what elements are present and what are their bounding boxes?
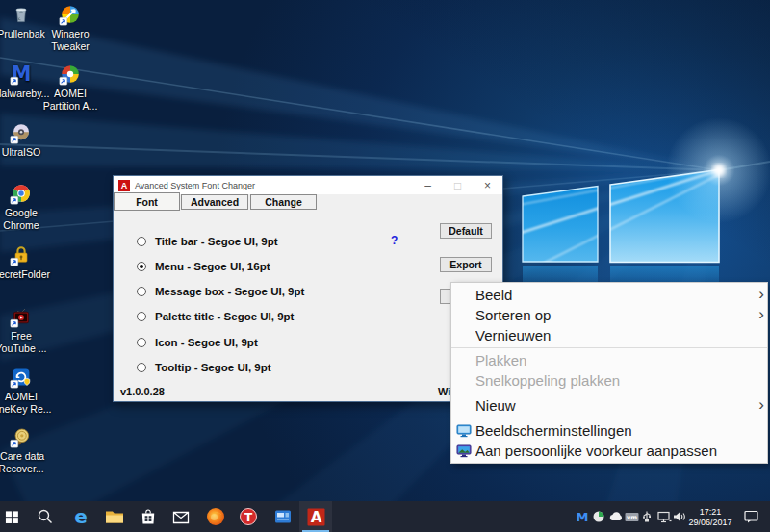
taskbar-firefox[interactable] (199, 501, 232, 532)
edge-icon: e (70, 506, 91, 527)
desktop-context-menu: Beeld› Sorteren op› Vernieuwen Plakken S… (450, 282, 768, 464)
desktop-icon-icare[interactable]: iCare data Recover... (0, 425, 53, 474)
t-app-icon: T (239, 507, 258, 526)
taskbar-file-explorer[interactable] (98, 501, 131, 532)
menu-separator (451, 393, 767, 393)
desktop-icon-label: UltraISO (0, 146, 53, 159)
minimize-button[interactable]: – (413, 176, 443, 194)
usb-tray-icon (640, 510, 654, 523)
font-changer-app-icon: A (306, 507, 326, 527)
status-right-label: Wi (438, 386, 450, 397)
taskbar-edge[interactable]: e (64, 501, 97, 532)
tray-speaker[interactable] (669, 501, 688, 532)
desktop-icon-label: SecretFolder (0, 268, 53, 281)
desktop-icon-label: iCare data Recover... (0, 450, 53, 474)
submenu-arrow-icon: › (758, 305, 764, 324)
menu-item-plakken: Plakken (451, 350, 767, 370)
tray-usb[interactable] (637, 501, 656, 532)
taskbar-font-changer-app[interactable]: A (299, 501, 332, 532)
menu-item-nieuw[interactable]: Nieuw› (451, 395, 767, 416)
radio-icon[interactable] (137, 287, 146, 296)
radio-icon[interactable] (137, 237, 146, 246)
shortcut-arrow-badge (11, 440, 18, 447)
desktop-icon-ultraiso[interactable]: UltraISO (0, 121, 53, 159)
svg-text:e: e (74, 506, 88, 527)
window-title: Avanced System Font Changer (135, 181, 255, 190)
svg-text:A: A (310, 509, 321, 526)
menu-item-beeldscherminstellingen[interactable]: Beeldscherminstellingen (451, 420, 767, 441)
menu-separator (451, 347, 767, 348)
radio-icon[interactable] (137, 312, 146, 321)
close-button[interactable]: × (473, 176, 502, 194)
display-settings-icon (456, 423, 472, 438)
option-title-bar[interactable]: Title bar - Segoe UI, 9pt (137, 234, 278, 249)
pie-tray-icon (592, 510, 605, 523)
tab-font[interactable]: Font (114, 192, 180, 211)
taskbar-search-button[interactable] (29, 501, 62, 532)
menu-item-sorteren-op[interactable]: Sorteren op› (451, 305, 767, 325)
shortcut-arrow-badge (11, 258, 18, 266)
ultraiso-icon (10, 121, 33, 144)
menu-item-vernieuwen[interactable]: Vernieuwen (451, 325, 767, 345)
action-center-button[interactable] (737, 501, 764, 532)
firefox-icon (205, 506, 226, 527)
desktop-icon-label: Google Chrome (0, 207, 53, 231)
maximize-button[interactable]: □ (443, 176, 473, 194)
desktop-icon-chrome[interactable]: Google Chrome (0, 182, 53, 231)
radio-icon[interactable] (137, 338, 146, 347)
taskbar-clock[interactable]: 17:21 29/06/2017 (686, 507, 734, 527)
store-icon (139, 507, 158, 526)
malwarebytes-tray-icon: M (576, 510, 589, 523)
photos-app-icon (273, 507, 293, 526)
submenu-arrow-icon: › (758, 395, 764, 415)
taskbar-t-app[interactable]: T (232, 501, 265, 532)
svg-text:T: T (244, 511, 253, 524)
desktop-icon-winaero-tweaker[interactable]: Winaero Tweaker (38, 3, 102, 52)
desktop-icon-secretfolder[interactable]: SecretFolder (0, 243, 53, 281)
option-message-box[interactable]: Message box - Segoe UI, 9pt (137, 284, 304, 299)
option-tooltip[interactable]: Tooltip - Segoe UI, 9pt (137, 360, 271, 375)
taskbar-photos-app[interactable] (267, 501, 299, 532)
icare-recovery-icon (10, 425, 33, 448)
secretfolder-icon (10, 243, 33, 266)
option-palette-title[interactable]: Palette title - Segoe UI, 9pt (137, 309, 294, 324)
chrome-icon (10, 182, 33, 205)
shortcut-arrow-badge (60, 17, 67, 25)
submenu-arrow-icon: › (758, 285, 764, 304)
version-label: v1.0.0.28 (120, 386, 165, 397)
shortcut-arrow-badge (11, 380, 18, 388)
taskbar: e T A M vm (0, 501, 770, 532)
desktop-icon-label: AOMEI OneKey Re... (0, 391, 53, 415)
start-button[interactable] (0, 501, 28, 532)
app-window: A Avanced System Font Changer – □ × Font… (113, 175, 503, 402)
tray-pie[interactable] (589, 501, 608, 532)
desktop-icon-aomei-onekey[interactable]: AOMEI OneKey Re... (0, 366, 53, 415)
mail-icon (171, 507, 191, 526)
option-icon[interactable]: Icon - Segoe UI, 9pt (137, 335, 258, 350)
option-menu[interactable]: Menu - Segoe UI, 16pt (137, 259, 270, 274)
shortcut-arrow-badge (11, 136, 18, 143)
menu-item-aan-persoonlijke-voorkeur[interactable]: Aan persoonlijke voorkeur aanpassen (451, 441, 767, 461)
tab-advanced[interactable]: Advanced (181, 194, 248, 210)
radio-icon[interactable] (137, 363, 146, 372)
radio-icon-selected[interactable] (137, 262, 146, 271)
shortcut-arrow-badge (11, 319, 18, 327)
export-button[interactable]: Export (440, 257, 492, 272)
taskbar-mail[interactable] (165, 501, 197, 532)
app-window-icon: A (118, 180, 130, 191)
desktop-icon-free-youtube[interactable]: Free YouTube ... (0, 305, 53, 354)
tab-change[interactable]: Change (250, 194, 317, 210)
file-explorer-icon (104, 506, 125, 527)
desktop-icon-label: Free YouTube ... (0, 330, 53, 354)
help-link[interactable]: ? (391, 234, 398, 247)
action-center-icon (744, 510, 758, 523)
shortcut-arrow-badge (60, 77, 67, 85)
free-youtube-icon (10, 305, 33, 328)
desktop-icon-label: Winaero Tweaker (38, 28, 102, 52)
taskbar-store[interactable] (132, 501, 165, 532)
menu-item-snelkoppeling-plakken: Snelkoppeling plakken (451, 370, 767, 391)
clock-time: 17:21 (686, 507, 734, 518)
default-button[interactable]: Default (440, 223, 492, 239)
desktop-icon-aomei-partition[interactable]: AOMEI Partition A... (38, 63, 102, 112)
menu-item-beeld[interactable]: Beeld› (451, 285, 767, 305)
